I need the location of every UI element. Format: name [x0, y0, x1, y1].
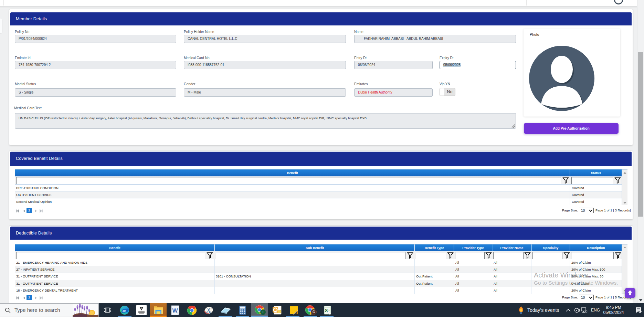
svg-text:X: X [325, 307, 328, 313]
svg-text:W: W [172, 307, 178, 314]
